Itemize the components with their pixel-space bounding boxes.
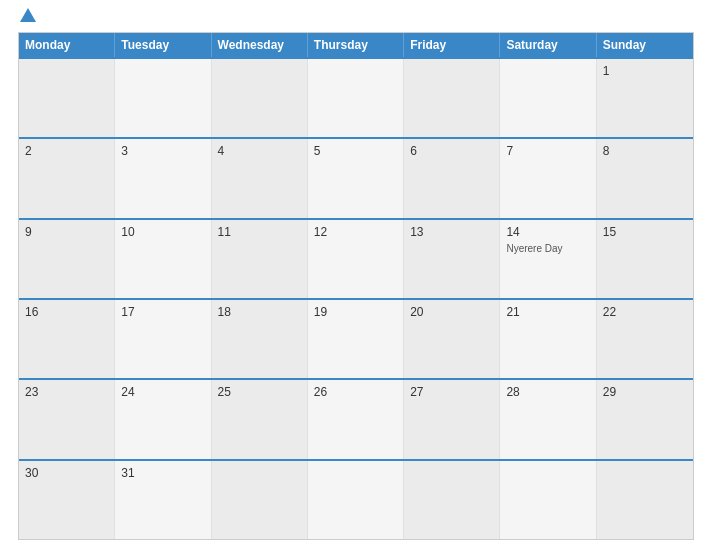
day-cell: 3 — [115, 139, 211, 217]
week-row: 23242526272829 — [19, 378, 693, 458]
day-event: Nyerere Day — [506, 243, 589, 254]
weekday-cell: Thursday — [308, 33, 404, 57]
header — [18, 10, 694, 26]
day-cell: 6 — [404, 139, 500, 217]
day-number: 7 — [506, 144, 589, 158]
day-number: 12 — [314, 225, 397, 239]
day-number: 28 — [506, 385, 589, 399]
day-cell: 7 — [500, 139, 596, 217]
logo — [18, 10, 38, 22]
day-cell: 8 — [597, 139, 693, 217]
day-cell — [404, 461, 500, 539]
day-cell — [212, 59, 308, 137]
day-cell: 26 — [308, 380, 404, 458]
day-cell: 29 — [597, 380, 693, 458]
day-cell: 18 — [212, 300, 308, 378]
day-cell — [500, 59, 596, 137]
day-cell — [19, 59, 115, 137]
day-cell: 19 — [308, 300, 404, 378]
day-number: 1 — [603, 64, 687, 78]
day-number: 13 — [410, 225, 493, 239]
weekday-cell: Monday — [19, 33, 115, 57]
day-cell: 12 — [308, 220, 404, 298]
day-number: 15 — [603, 225, 687, 239]
day-cell: 11 — [212, 220, 308, 298]
day-cell: 23 — [19, 380, 115, 458]
day-cell: 20 — [404, 300, 500, 378]
day-cell: 15 — [597, 220, 693, 298]
weekday-cell: Sunday — [597, 33, 693, 57]
weekday-cell: Friday — [404, 33, 500, 57]
day-cell: 17 — [115, 300, 211, 378]
day-cell: 27 — [404, 380, 500, 458]
day-number: 6 — [410, 144, 493, 158]
day-number: 22 — [603, 305, 687, 319]
day-number: 5 — [314, 144, 397, 158]
weeks-container: 1234567891011121314Nyerere Day1516171819… — [19, 57, 693, 539]
day-cell: 10 — [115, 220, 211, 298]
day-number: 16 — [25, 305, 108, 319]
day-number: 19 — [314, 305, 397, 319]
day-cell: 22 — [597, 300, 693, 378]
day-cell: 13 — [404, 220, 500, 298]
day-cell — [308, 59, 404, 137]
day-cell — [597, 461, 693, 539]
week-row: 91011121314Nyerere Day15 — [19, 218, 693, 298]
logo-icon — [18, 10, 36, 22]
day-cell: 21 — [500, 300, 596, 378]
day-number: 20 — [410, 305, 493, 319]
day-cell: 9 — [19, 220, 115, 298]
day-number: 11 — [218, 225, 301, 239]
day-number: 29 — [603, 385, 687, 399]
day-cell — [212, 461, 308, 539]
logo-triangle-icon — [20, 8, 36, 22]
day-number: 21 — [506, 305, 589, 319]
day-cell: 25 — [212, 380, 308, 458]
day-cell — [115, 59, 211, 137]
day-number: 24 — [121, 385, 204, 399]
day-cell: 16 — [19, 300, 115, 378]
day-number: 14 — [506, 225, 589, 239]
day-cell: 5 — [308, 139, 404, 217]
day-number: 2 — [25, 144, 108, 158]
week-row: 3031 — [19, 459, 693, 539]
day-cell: 2 — [19, 139, 115, 217]
weekday-cell: Tuesday — [115, 33, 211, 57]
day-cell — [500, 461, 596, 539]
calendar-grid: MondayTuesdayWednesdayThursdayFridaySatu… — [18, 32, 694, 540]
day-cell: 1 — [597, 59, 693, 137]
week-row: 2345678 — [19, 137, 693, 217]
day-cell: 28 — [500, 380, 596, 458]
day-number: 4 — [218, 144, 301, 158]
day-number: 23 — [25, 385, 108, 399]
calendar-page: MondayTuesdayWednesdayThursdayFridaySatu… — [0, 0, 712, 550]
day-number: 25 — [218, 385, 301, 399]
day-number: 30 — [25, 466, 108, 480]
day-number: 10 — [121, 225, 204, 239]
day-number: 3 — [121, 144, 204, 158]
weekday-cell: Wednesday — [212, 33, 308, 57]
day-cell: 31 — [115, 461, 211, 539]
day-cell: 30 — [19, 461, 115, 539]
week-row: 16171819202122 — [19, 298, 693, 378]
day-number: 8 — [603, 144, 687, 158]
day-number: 17 — [121, 305, 204, 319]
weekdays-row: MondayTuesdayWednesdayThursdayFridaySatu… — [19, 33, 693, 57]
day-cell — [404, 59, 500, 137]
day-number: 26 — [314, 385, 397, 399]
day-cell: 14Nyerere Day — [500, 220, 596, 298]
day-number: 27 — [410, 385, 493, 399]
weekday-cell: Saturday — [500, 33, 596, 57]
day-number: 31 — [121, 466, 204, 480]
day-number: 18 — [218, 305, 301, 319]
day-cell: 24 — [115, 380, 211, 458]
week-row: 1 — [19, 57, 693, 137]
day-cell — [308, 461, 404, 539]
day-cell: 4 — [212, 139, 308, 217]
day-number: 9 — [25, 225, 108, 239]
